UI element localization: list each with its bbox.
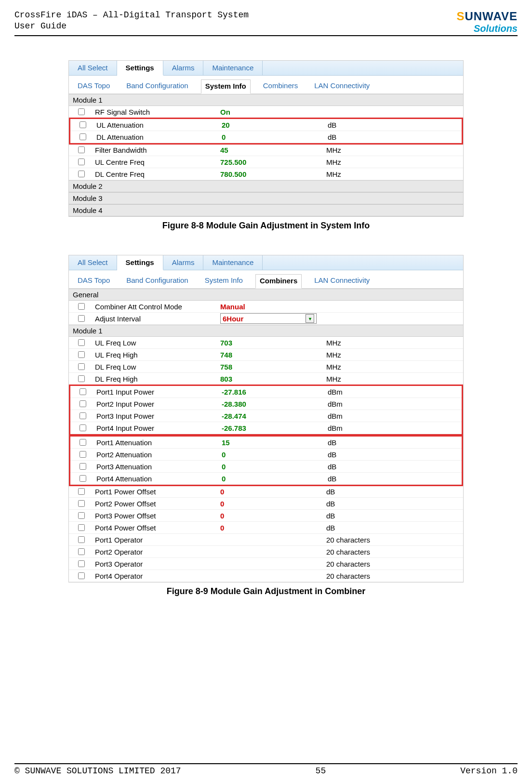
checkbox[interactable] xyxy=(78,315,85,322)
row-adj-interval: Adjust Interval 6Hour ▾ xyxy=(69,313,463,325)
subtab-system-info[interactable]: System Info xyxy=(201,80,251,94)
row-ul-att: UL Attenuation 20 dB xyxy=(70,119,462,131)
checkbox[interactable] xyxy=(80,133,86,140)
row-ctrl-mode: Combiner Att Control Mode Manual xyxy=(69,301,463,313)
param-label: Port4 Input Power xyxy=(94,424,222,432)
subtab-lan[interactable]: LAN Connectivity xyxy=(310,274,373,288)
subtab-combiners[interactable]: Combiners xyxy=(259,80,302,93)
row-dl-low: DL Freq Low758MHz xyxy=(69,361,463,373)
checkbox[interactable] xyxy=(78,488,85,495)
checkbox[interactable] xyxy=(80,424,86,431)
param-label: Port1 Attenuation xyxy=(94,438,222,447)
checkbox[interactable] xyxy=(78,572,85,579)
section-module4[interactable]: Module 4 xyxy=(69,204,463,216)
checkbox[interactable] xyxy=(80,463,86,470)
subtab-band-config[interactable]: Band Configuration xyxy=(122,274,192,288)
page-footer: © SUNWAVE SOLUTIONS LIMITED 2017 55 Vers… xyxy=(14,763,518,776)
param-unit: dB xyxy=(328,438,395,447)
param-unit: dBm xyxy=(328,388,395,396)
param-label: UL Centre Freq xyxy=(93,158,220,166)
param-value: 20 xyxy=(222,121,328,129)
checkbox[interactable] xyxy=(78,159,85,165)
figure-caption: Figure 8-9 Module Gain Adjustment in Com… xyxy=(68,586,464,596)
subtab-lan[interactable]: LAN Connectivity xyxy=(310,80,373,93)
param-label: Port2 Input Power xyxy=(94,400,222,408)
param-label: UL Freq Low xyxy=(93,339,220,347)
checkbox[interactable] xyxy=(80,475,86,482)
checkbox[interactable] xyxy=(78,500,85,507)
tab-maintenance[interactable]: Maintenance xyxy=(203,61,263,75)
subtab-system-info[interactable]: System Info xyxy=(201,274,247,288)
checkbox[interactable] xyxy=(78,375,85,382)
param-value: -26.783 xyxy=(222,424,328,432)
subtab-band-config[interactable]: Band Configuration xyxy=(122,80,192,93)
row-p4-in: Port4 Input Power-26.783dBm xyxy=(70,422,462,434)
param-unit: 20 characters xyxy=(326,536,394,544)
tab-settings[interactable]: Settings xyxy=(117,255,163,270)
row-p2-in: Port2 Input Power-28.380dBm xyxy=(70,398,462,410)
param-unit: MHz xyxy=(326,146,394,154)
tab-alarms[interactable]: Alarms xyxy=(163,61,204,75)
checkbox[interactable] xyxy=(78,303,85,310)
param-value: 0 xyxy=(222,133,328,141)
param-value: Manual xyxy=(220,303,326,311)
section-module3[interactable]: Module 3 xyxy=(69,192,463,204)
param-unit: MHz xyxy=(326,339,394,347)
row-p3-att: Port3 Attenuation0dB xyxy=(70,461,462,473)
checkbox[interactable] xyxy=(78,363,85,370)
param-value: 0 xyxy=(222,463,328,471)
checkbox[interactable] xyxy=(80,121,86,128)
checkbox[interactable] xyxy=(78,560,85,567)
param-label: UL Freq High xyxy=(93,351,220,359)
checkbox[interactable] xyxy=(78,524,85,531)
checkbox[interactable] xyxy=(78,171,85,177)
param-label: Port3 Power Offset xyxy=(93,512,220,520)
checkbox[interactable] xyxy=(78,146,85,153)
section-module1[interactable]: Module 1 xyxy=(69,325,463,337)
tab-alarms[interactable]: Alarms xyxy=(163,255,204,270)
param-unit: MHz xyxy=(326,363,394,371)
row-p4-off: Port4 Power Offset0dB xyxy=(69,522,463,534)
dropdown-adj-interval[interactable]: 6Hour ▾ xyxy=(220,313,317,324)
subtab-combiners[interactable]: Combiners xyxy=(255,274,302,289)
param-unit: 20 characters xyxy=(326,572,394,580)
param-label: UL Attenuation xyxy=(94,121,222,129)
row-p1-att: Port1 Attenuation15dB xyxy=(70,437,462,449)
checkbox[interactable] xyxy=(78,512,85,519)
param-value: 780.500 xyxy=(220,170,326,178)
param-value: 0 xyxy=(220,488,326,496)
subtab-das-topo[interactable]: DAS Topo xyxy=(74,274,114,288)
param-unit: dB xyxy=(328,133,395,141)
checkbox[interactable] xyxy=(80,412,86,419)
param-label: DL Freq High xyxy=(93,375,220,383)
section-module2[interactable]: Module 2 xyxy=(69,180,463,192)
figure-caption: Figure 8-8 Module Gain Adjustment in Sys… xyxy=(68,221,464,231)
section-general[interactable]: General xyxy=(69,289,463,301)
param-label: Port3 Operator xyxy=(93,560,220,568)
subtab-das-topo[interactable]: DAS Topo xyxy=(74,80,114,93)
checkbox[interactable] xyxy=(78,536,85,543)
checkbox[interactable] xyxy=(78,548,85,555)
row-ul-centre: UL Centre Freq 725.500 MHz xyxy=(69,156,463,168)
checkbox[interactable] xyxy=(78,108,85,115)
tab-settings[interactable]: Settings xyxy=(117,61,163,76)
tab-maintenance[interactable]: Maintenance xyxy=(203,255,263,270)
footer-copyright: © SUNWAVE SOLUTIONS LIMITED 2017 xyxy=(14,766,181,776)
row-p1-off: Port1 Power Offset0dB xyxy=(69,486,463,498)
dropdown-value: 6Hour xyxy=(223,315,243,323)
checkbox[interactable] xyxy=(78,351,85,358)
row-dl-att: DL Attenuation 0 dB xyxy=(70,131,462,143)
tab-all-select[interactable]: All Select xyxy=(69,61,117,75)
checkbox[interactable] xyxy=(78,339,85,346)
param-unit: MHz xyxy=(326,170,394,178)
section-module1[interactable]: Module 1 xyxy=(69,94,463,106)
checkbox[interactable] xyxy=(80,451,86,458)
checkbox[interactable] xyxy=(80,400,86,407)
param-label: Port1 Input Power xyxy=(94,388,222,396)
checkbox[interactable] xyxy=(80,439,86,446)
tab-all-select[interactable]: All Select xyxy=(69,255,117,270)
param-label: Combiner Att Control Mode xyxy=(93,303,220,311)
param-label: Filter Bandwidth xyxy=(93,146,220,154)
checkbox[interactable] xyxy=(80,388,86,395)
param-unit: dBm xyxy=(328,424,395,432)
